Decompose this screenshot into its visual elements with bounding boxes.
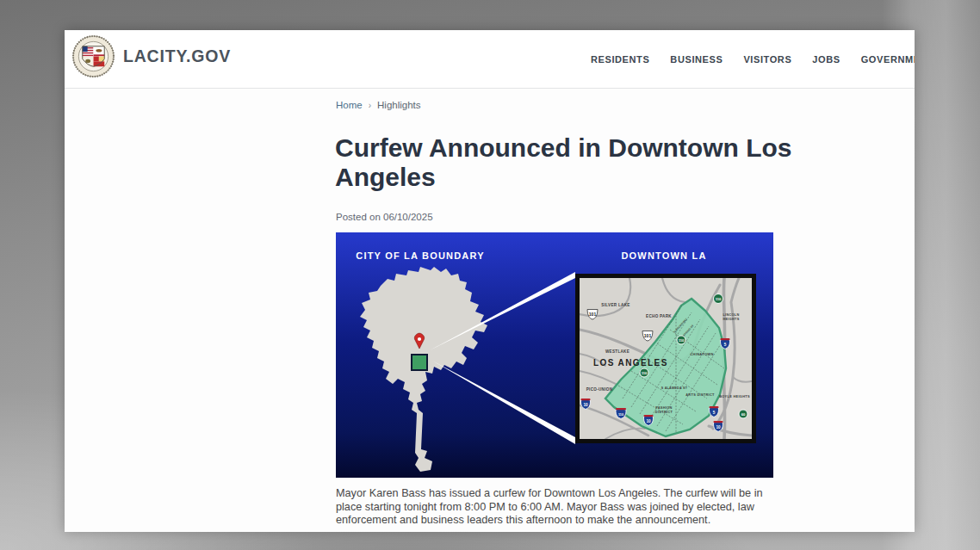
breadcrumb-home-link[interactable]: Home xyxy=(336,100,363,110)
browser-page-screenshot: LACITY.GOV RESIDENTS BUSINESS VISITORS J… xyxy=(65,30,915,532)
site-logo-link[interactable]: LACITY.GOV xyxy=(72,35,231,77)
site-name: LACITY.GOV xyxy=(123,46,231,66)
shield-sr110-b: 110 xyxy=(640,368,648,377)
breadcrumb-separator: › xyxy=(369,101,371,110)
svg-text:5: 5 xyxy=(713,411,716,415)
label-lincoln-heights-2: HEIGHTS xyxy=(723,318,740,321)
svg-text:101: 101 xyxy=(589,312,597,317)
broadcast-gray-background: LACITY.GOV RESIDENTS BUSINESS VISITORS J… xyxy=(0,0,980,550)
la-city-seal-icon xyxy=(72,35,115,77)
label-fashion-district-2: DISTRICT xyxy=(655,410,673,414)
svg-text:10: 10 xyxy=(716,425,721,429)
shield-sr110-a: 110 xyxy=(677,336,685,344)
site-header: LACITY.GOV RESIDENTS BUSINESS VISITORS J… xyxy=(65,30,915,89)
svg-text:110: 110 xyxy=(618,413,623,417)
label-echo-park: ECHO PARK xyxy=(646,314,672,318)
label-pico-union: PICO-UNION xyxy=(586,387,613,392)
label-chinatown: CHINATOWN xyxy=(690,352,713,356)
breadcrumb-current: Highlights xyxy=(377,100,421,110)
nav-business[interactable]: BUSINESS xyxy=(670,54,723,65)
main-nav: RESIDENTS BUSINESS VISITORS JOBS GOVERNM… xyxy=(591,30,915,89)
svg-text:60: 60 xyxy=(741,412,746,417)
label-silver-lake: SILVER LAKE xyxy=(601,303,630,307)
svg-text:101: 101 xyxy=(644,333,652,338)
posted-date: Posted on 06/10/2025 xyxy=(336,212,433,222)
nav-jobs[interactable]: JOBS xyxy=(812,54,840,65)
shield-sr110-top: 110 xyxy=(714,294,723,304)
nav-visitors[interactable]: VISITORS xyxy=(743,54,791,65)
banner-left-label: CITY OF LA BOUNDARY xyxy=(356,250,485,261)
banner-right-label: DOWNTOWN LA xyxy=(621,250,706,261)
breadcrumb: Home › Highlights xyxy=(336,100,421,110)
label-los-angeles: LOS ANGELES xyxy=(593,358,668,368)
svg-text:5: 5 xyxy=(724,343,727,347)
label-lincoln-heights-1: LINCOLN xyxy=(723,313,740,317)
downtown-marker-square xyxy=(412,355,427,370)
curfew-map-graphic: CITY OF LA BOUNDARY DOWNTOWN LA xyxy=(336,232,773,478)
label-arts-district: ARTS DISTRICT xyxy=(685,392,715,397)
svg-text:110: 110 xyxy=(716,297,722,301)
downtown-inset-map: SILVER LAKE ECHO PARK WESTLAKE LOS ANGEL… xyxy=(575,274,756,443)
nav-residents[interactable]: RESIDENTS xyxy=(591,54,649,65)
page-title: Curfew Announced in Downtown Los Angeles xyxy=(335,133,804,192)
article-body-paragraph: Mayor Karen Bass has issued a curfew for… xyxy=(336,487,772,528)
shield-sr60: 60 xyxy=(739,410,747,418)
label-boyle-heights: BOYLE HEIGHTS xyxy=(719,394,750,399)
svg-text:110: 110 xyxy=(642,371,648,375)
svg-text:110: 110 xyxy=(679,338,685,343)
label-alameda: S ALAMEDA ST xyxy=(661,386,688,390)
label-westlake: WESTLAKE xyxy=(605,349,630,354)
svg-text:10: 10 xyxy=(583,403,588,407)
nav-government[interactable]: GOVERNMENT xyxy=(861,54,915,65)
svg-text:10: 10 xyxy=(646,419,651,423)
